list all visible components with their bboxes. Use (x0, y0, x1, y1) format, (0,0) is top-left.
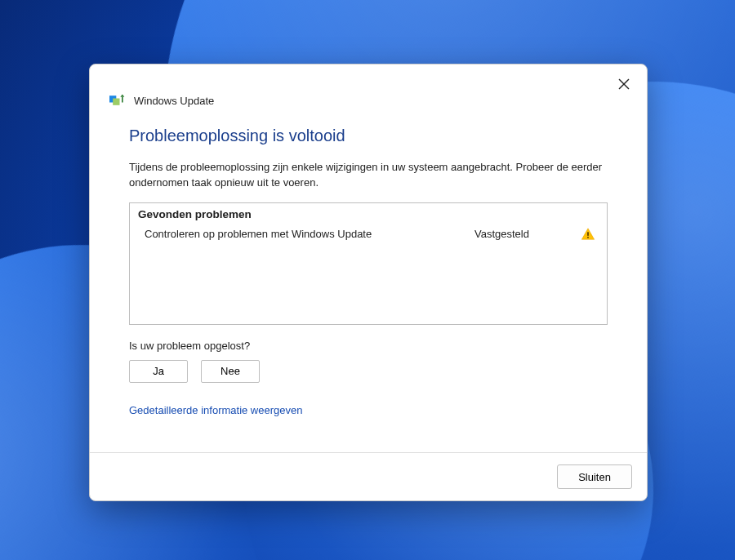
titlebar (90, 64, 647, 97)
dialog-header: Windows Update (90, 94, 647, 110)
problem-status: Vastgesteld (474, 228, 581, 240)
svg-rect-4 (122, 97, 123, 103)
close-dialog-button[interactable]: Sluiten (557, 464, 632, 489)
problems-header: Gevonden problemen (130, 203, 607, 224)
yes-button[interactable]: Ja (129, 360, 188, 383)
svg-rect-3 (113, 99, 119, 105)
problems-panel: Gevonden problemen Controleren op proble… (129, 202, 608, 325)
troubleshooter-dialog: Windows Update Probleemoplossing is volt… (89, 64, 648, 501)
details-link[interactable]: Gedetailleerde informatie weergeven (129, 404, 302, 416)
problem-description: Controleren op problemen met Windows Upd… (145, 228, 474, 240)
svg-rect-5 (587, 232, 589, 236)
feedback-question: Is uw probleem opgelost? (129, 340, 608, 352)
feedback-buttons: Ja Nee (129, 360, 608, 383)
svg-rect-6 (587, 237, 589, 238)
page-heading: Probleemoplossing is voltooid (129, 127, 608, 145)
dialog-footer: Sluiten (90, 452, 647, 500)
no-button[interactable]: Nee (201, 360, 260, 383)
app-title: Windows Update (134, 95, 214, 107)
close-button[interactable] (612, 73, 635, 96)
windows-update-icon (109, 94, 126, 107)
problem-row: Controleren op problemen met Windows Upd… (130, 224, 607, 245)
close-icon (618, 78, 630, 90)
dialog-content: Probleemoplossing is voltooid Tijdens de… (90, 110, 647, 452)
warning-icon (581, 227, 595, 242)
description-text: Tijdens de probleemoplossing zijn enkele… (129, 160, 608, 191)
